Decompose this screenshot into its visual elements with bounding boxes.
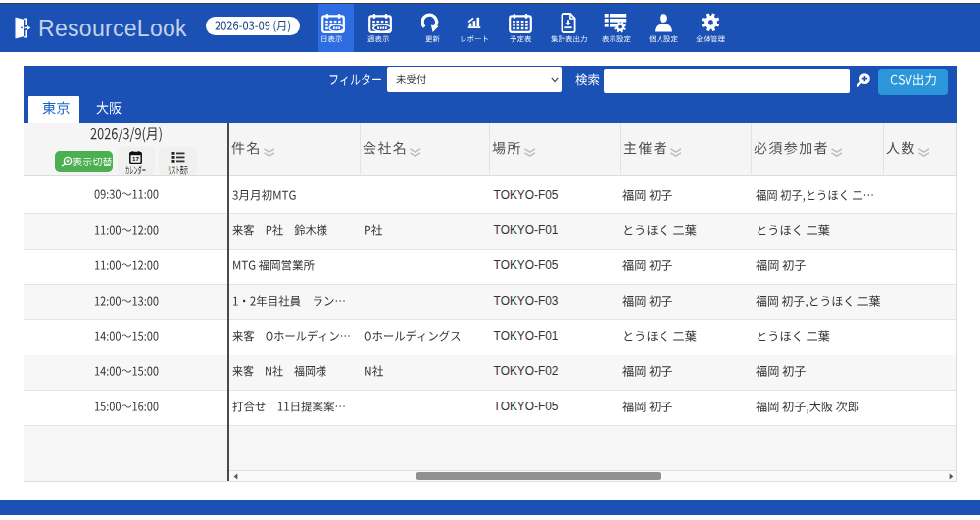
svg-text:17: 17 [132,155,139,162]
